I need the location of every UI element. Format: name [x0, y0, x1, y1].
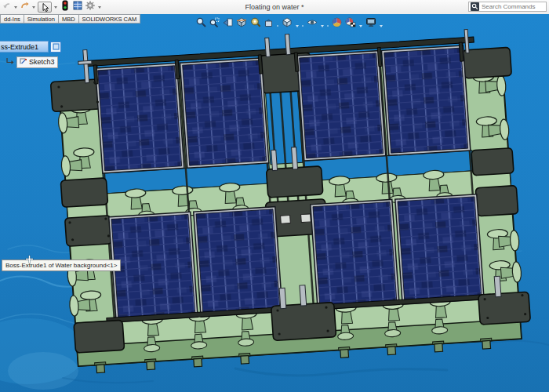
undo-icon[interactable]	[2, 0, 12, 14]
solar-panel[interactable]	[296, 51, 385, 161]
view-settings-caret[interactable]	[380, 25, 383, 27]
view-orientation-caret[interactable]	[296, 25, 299, 27]
sketch3-label: Sketch3	[29, 58, 55, 66]
options-gear-icon[interactable]	[85, 0, 96, 14]
title-bar: Floating on water *	[0, 0, 549, 14]
solar-panel[interactable]	[95, 64, 184, 173]
redo-dropdown-caret[interactable]	[32, 6, 35, 9]
tab-add-ins[interactable]: dd-Ins	[0, 14, 24, 24]
solar-panel[interactable]	[109, 212, 198, 321]
command-manager-tabs: dd-Ins Simulation MBD SOLIDWORKS CAM	[0, 14, 140, 24]
search-commands-box[interactable]	[468, 2, 547, 12]
rebuild-traffic-light-icon[interactable]	[60, 0, 71, 14]
heads-up-toolbar	[196, 17, 383, 30]
zoom-to-fit-icon[interactable]	[196, 16, 206, 31]
select-tool-button[interactable]	[38, 2, 52, 13]
file-grid-icon[interactable]	[72, 0, 83, 14]
feature-tree-item-sketch3[interactable]: Sketch3	[16, 56, 58, 68]
tab-solidworks-cam[interactable]: SOLIDWORKS CAM	[79, 14, 141, 24]
solar-panel[interactable]	[311, 199, 399, 309]
view-settings-monitor-icon[interactable]	[365, 16, 376, 31]
scene-canvas[interactable]	[0, 14, 549, 392]
solar-panel[interactable]	[381, 45, 470, 155]
hud-separator	[277, 25, 278, 27]
tab-mbd[interactable]: MBD	[59, 14, 79, 24]
previous-view-icon[interactable]	[223, 16, 233, 31]
solar-panel[interactable]	[395, 194, 484, 304]
measure-icon[interactable]	[250, 16, 260, 31]
floating-solar-raft-model[interactable]	[49, 20, 533, 374]
graphics-viewport[interactable]: dd-Ins Simulation MBD SOLIDWORKS CAM	[0, 14, 549, 392]
redo-icon[interactable]	[20, 0, 30, 14]
select-dropdown-caret[interactable]	[54, 6, 57, 9]
hide-show-caret[interactable]	[321, 25, 324, 27]
boss-extrude-feature-icon[interactable]	[50, 42, 61, 53]
search-icon	[471, 0, 479, 14]
search-input[interactable]	[482, 3, 543, 10]
apply-scene-icon[interactable]	[345, 16, 356, 31]
tab-simulation[interactable]: Simulation	[24, 14, 59, 24]
feature-tree-flyout: ss-Extrude1 Sketch3	[0, 41, 61, 69]
view-orientation-cube-icon[interactable]	[282, 16, 293, 31]
select-cursor-icon	[39, 2, 50, 13]
cursor-crosshair	[25, 252, 34, 267]
selection-tooltip: Boss-Extrude1 of Water background<1>	[2, 260, 121, 271]
apply-scene-caret[interactable]	[359, 25, 362, 27]
solar-panel[interactable]	[180, 58, 268, 168]
zoom-to-area-icon[interactable]	[209, 16, 220, 31]
hud-separator	[327, 25, 329, 27]
solar-panel[interactable]	[194, 207, 282, 317]
gear-dropdown-caret[interactable]	[98, 6, 101, 9]
branch-arrow-icon	[5, 55, 14, 69]
feature-tree-item-boss-extrude1[interactable]: ss-Extrude1	[0, 41, 49, 53]
edit-appearance-icon[interactable]	[332, 16, 342, 31]
annotation-views-icon[interactable]	[264, 16, 274, 31]
hud-separator	[302, 25, 304, 27]
solidworks-window: Floating on water *	[0, 0, 549, 392]
sketch-icon	[19, 57, 27, 67]
section-view-icon[interactable]	[236, 16, 247, 31]
hide-show-items-eye-icon[interactable]	[307, 16, 318, 31]
undo-dropdown-caret[interactable]	[14, 6, 17, 9]
